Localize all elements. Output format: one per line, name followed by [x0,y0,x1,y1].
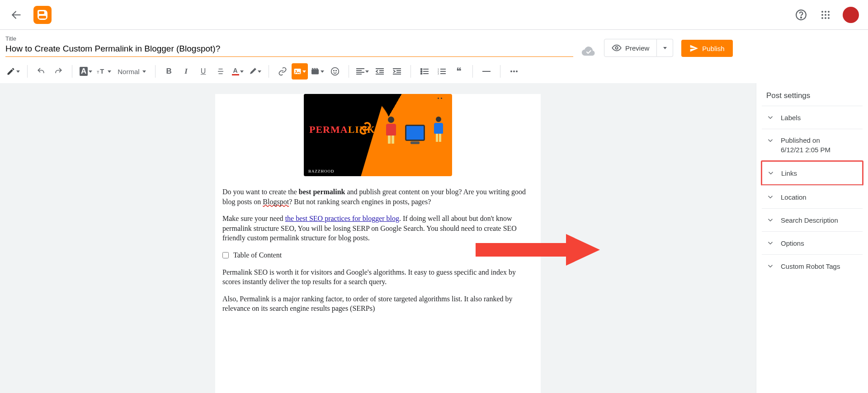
toolbar-separator [472,65,473,78]
insert-image-dropdown[interactable] [292,63,308,80]
settings-links-title: Links [781,169,797,177]
bullet-list-button[interactable] [416,63,433,80]
toc-label: Table of Content [233,250,282,260]
toc-checkbox[interactable] [222,252,229,258]
settings-published-title: Published on [781,136,830,144]
back-button[interactable] [9,8,24,22]
settings-custom-robot-tags-section[interactable]: Custom Robot Tags [762,254,863,277]
redo-button[interactable] [50,63,66,80]
paragraph-style-dropdown[interactable]: Normal [114,63,149,80]
help-icon [795,9,807,21]
chevron-down-icon [240,70,244,73]
hr-icon [482,70,491,72]
title-label: Title [5,35,573,42]
more-horizontal-icon [510,70,518,73]
hero-image[interactable]: PERMALINK BAZZHOOD [304,94,452,176]
editor-paragraph[interactable]: Make sure your need the best SEO practic… [222,214,533,243]
horizontal-rule-button[interactable] [478,63,495,80]
font-family-dropdown[interactable]: A [78,63,94,80]
account-avatar[interactable] [843,7,859,23]
chevron-down-icon [321,70,324,73]
preview-button[interactable]: Preview [604,39,657,57]
save-status [581,46,596,57]
settings-published-section[interactable]: Published on 6/12/21 2:05 PM [762,129,863,161]
strikethrough-icon [217,67,225,75]
app-bar [0,0,868,30]
chain-link-icon [358,121,373,136]
compose-mode-dropdown[interactable] [5,63,22,80]
editor-paragraph[interactable]: Permalink SEO is worth it for visitors a… [222,267,533,287]
svg-point-10 [825,17,826,19]
chevron-down-icon [766,136,774,145]
toolbar-separator [27,65,28,78]
svg-point-8 [828,14,830,16]
blogger-logo[interactable] [33,6,52,24]
bold-button[interactable]: B [161,63,177,80]
publish-button[interactable]: Publish [681,40,732,57]
post-title-input[interactable] [5,42,573,57]
blockquote-button[interactable]: ❝ [451,63,467,80]
help-button[interactable] [794,8,808,22]
chevron-down-icon [766,113,774,122]
hero-image-wrap: PERMALINK BAZZHOOD [222,94,533,176]
insert-video-dropdown[interactable] [309,63,326,80]
settings-location-section[interactable]: Location [762,185,863,208]
settings-location-title: Location [781,193,807,201]
toc-line[interactable]: Table of Content [222,250,533,260]
text-color-dropdown[interactable]: A [230,63,246,80]
editor-paragraph[interactable]: Also, Permalink is a major ranking facto… [222,294,533,313]
italic-icon: I [184,67,188,76]
underline-icon: U [201,67,206,75]
insert-link-button[interactable] [274,63,291,80]
chevron-down-icon [766,239,774,247]
strikethrough-button[interactable] [212,63,229,80]
toolbar-separator [72,65,72,78]
chevron-down-icon [108,70,111,73]
indent-icon [393,68,401,75]
more-tools-button[interactable] [506,63,522,80]
google-apps-button[interactable] [818,8,833,22]
apps-grid-icon [821,10,830,19]
undo-button[interactable] [33,63,49,80]
settings-search-description-section[interactable]: Search Description [762,208,863,231]
svg-point-33 [420,69,422,70]
font-size-dropdown[interactable]: TT [95,63,113,80]
svg-point-3 [821,11,823,13]
svg-point-48 [516,70,518,72]
quote-icon: ❝ [456,68,462,74]
align-dropdown[interactable] [354,63,371,80]
settings-labels-section[interactable]: Labels [762,106,863,129]
svg-point-19 [333,70,334,71]
underline-button[interactable]: U [195,63,212,80]
svg-point-18 [331,68,339,75]
indent-increase-button[interactable] [389,63,405,80]
indent-decrease-button[interactable] [372,63,388,80]
preview-dropdown-button[interactable] [657,39,673,57]
svg-text:3: 3 [438,72,439,75]
insert-emoji-button[interactable] [327,63,343,80]
toolbar-separator [349,65,349,78]
chevron-down-icon [766,193,774,201]
settings-labels-title: Labels [781,114,801,122]
settings-options-section[interactable]: Options [762,231,863,254]
main-area: PERMALINK BAZZHOOD Do you want to create… [0,83,868,393]
svg-point-35 [420,71,422,72]
undo-icon [37,67,46,76]
send-icon [689,44,698,53]
editor-content[interactable]: PERMALINK BAZZHOOD Do you want to create… [222,94,533,313]
italic-button[interactable]: I [178,63,194,80]
editor-link[interactable]: the best SEO practices for blogger blog [285,215,399,222]
link-icon [278,67,287,76]
svg-point-5 [828,11,830,13]
font-size-icon: TT [97,67,107,76]
toolbar-separator [269,65,269,78]
svg-rect-17 [311,69,319,74]
editor-paragraph[interactable]: Do you want to create the best permalink… [222,187,533,206]
highlight-color-dropdown[interactable] [247,63,263,80]
numbered-list-button[interactable]: 123 [434,63,450,80]
editor-document[interactable]: PERMALINK BAZZHOOD Do you want to create… [215,94,541,393]
settings-links-section[interactable]: Links [761,160,863,186]
svg-point-11 [828,17,830,19]
title-row: Title Preview Publish [0,30,868,57]
toolbar-separator [410,65,411,78]
